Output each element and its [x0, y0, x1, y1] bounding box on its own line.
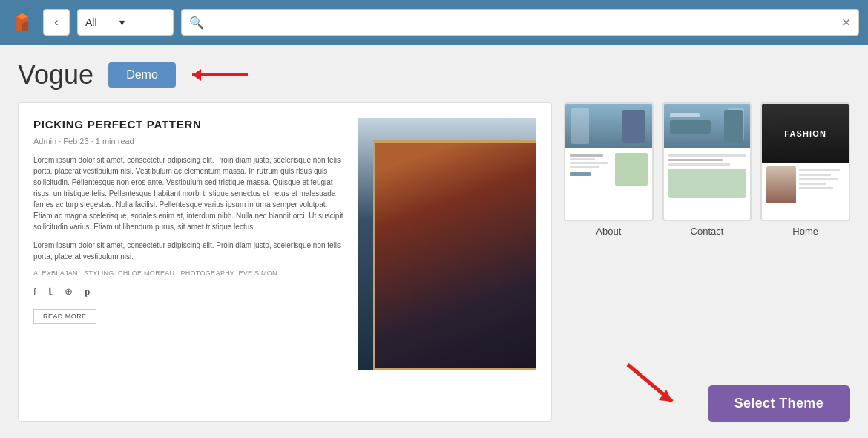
thumb-home-title: FASHION: [784, 129, 826, 138]
thumbnail-home[interactable]: FASHION: [760, 102, 850, 237]
thumbnail-contact[interactable]: Contact: [662, 102, 752, 237]
filter-arrow-icon: ▾: [119, 16, 125, 28]
page-title: Vogue: [18, 59, 93, 91]
demo-button[interactable]: Demo: [108, 62, 176, 88]
blog-image: [358, 118, 536, 370]
thumb-contact-body: [664, 148, 751, 201]
content-area: Vogue Demo Picking Perfect PatterN Admin…: [0, 45, 868, 438]
back-button[interactable]: ‹: [43, 9, 70, 36]
logo-icon: [9, 9, 36, 36]
clear-search-button[interactable]: ✕: [841, 16, 851, 30]
preview-scroll[interactable]: Picking Perfect PatterN Admin · Feb 23 ·…: [19, 103, 551, 421]
title-row: Vogue Demo: [18, 59, 850, 91]
thumbnails-row: About: [564, 102, 850, 237]
read-more-button[interactable]: READ MORE: [33, 309, 96, 324]
thumb-contact-header: [664, 104, 751, 148]
filter-dropdown[interactable]: All ▾: [77, 9, 174, 36]
preview-pane[interactable]: Picking Perfect PatterN Admin · Feb 23 ·…: [18, 102, 552, 422]
thumb-about-header: [565, 104, 652, 148]
blog-text: Picking Perfect PatterN Admin · Feb 23 ·…: [33, 118, 358, 370]
select-theme-arrow: [613, 357, 687, 409]
thumb-home-label: Home: [792, 226, 818, 237]
blog-article: Picking Perfect PatterN Admin · Feb 23 ·…: [33, 118, 536, 370]
demo-btn-wrapper: Demo: [108, 62, 251, 88]
thumb-contact-label: Contact: [691, 226, 724, 237]
pinterest-icon[interactable]: 𝐩: [85, 286, 90, 298]
blog-meta: Admin · Feb 23 · 1 min read: [33, 137, 346, 146]
header: ‹ All ▾ 🔍 ✕: [0, 0, 868, 45]
thumb-home-body: [762, 163, 849, 206]
thumb-about-img: [564, 102, 654, 221]
svg-marker-1: [192, 69, 201, 81]
blog-image-inner: [373, 140, 536, 370]
thumb-contact-img: [662, 102, 752, 221]
instagram-icon[interactable]: ⊕: [65, 286, 73, 298]
right-panel: About: [564, 102, 850, 422]
thumb-home-img: FASHION: [760, 102, 850, 221]
select-theme-button[interactable]: Select Theme: [708, 385, 850, 422]
search-bar: 🔍 ✕: [181, 9, 859, 36]
search-input[interactable]: [210, 16, 835, 28]
thumb-home-header: FASHION: [762, 104, 849, 163]
social-icons: f 𝕥 ⊕ 𝐩: [33, 286, 346, 298]
blog-body-2: Lorem ipsum dolor sit amet, consectetur …: [33, 240, 346, 262]
blog-title: Picking Perfect PatterN: [33, 118, 346, 131]
search-icon: 🔍: [189, 16, 204, 30]
twitter-icon[interactable]: 𝕥: [48, 286, 53, 298]
thumb-about-label: About: [596, 226, 621, 237]
blog-body-1: Lorem ipsum dolor sit amet, consectetur …: [33, 154, 346, 232]
thumbnail-about[interactable]: About: [564, 102, 654, 237]
select-theme-area: Select Theme: [564, 379, 850, 422]
back-icon: ‹: [54, 16, 58, 29]
blog-author: ALEXBLAJAN . Styling: Chloe Moreau . Pho…: [33, 269, 346, 277]
demo-arrow: [185, 62, 251, 88]
filter-value: All: [85, 16, 97, 28]
thumb-about-body: [565, 148, 652, 189]
main-layout: Picking Perfect PatterN Admin · Feb 23 ·…: [18, 102, 850, 422]
facebook-icon[interactable]: f: [33, 286, 36, 298]
